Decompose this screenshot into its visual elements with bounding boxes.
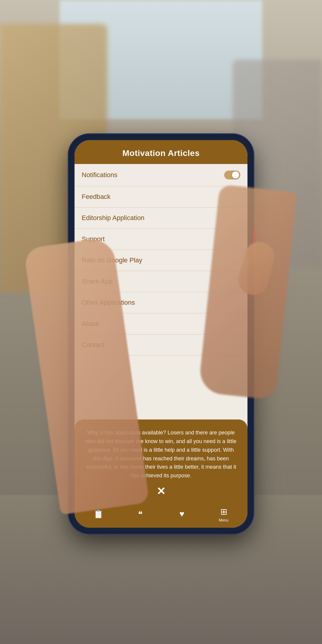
toggle-notifications[interactable]	[224, 171, 240, 179]
nav-item-menu[interactable]: ⊞Menu	[212, 507, 236, 522]
app-header: Motivation Articles	[75, 140, 247, 164]
nav-item-quotes[interactable]: ❝	[128, 509, 152, 520]
nav-icon-menu: ⊞	[220, 507, 227, 517]
nav-item-favorites[interactable]: ♥	[170, 509, 194, 520]
menu-label-editorship: Editorship Application	[82, 214, 144, 222]
close-icon: ✕	[157, 486, 165, 497]
nav-label-menu: Menu	[219, 518, 229, 522]
app-title: Motivation Articles	[123, 148, 200, 158]
toggle-thumb-notifications	[232, 171, 239, 179]
phone-wrapper: Motivation Articles NotificationsFeedbac…	[60, 128, 262, 540]
nav-item-articles[interactable]: 📋	[86, 509, 110, 520]
menu-label-feedback: Feedback	[82, 193, 111, 201]
menu-item-notifications[interactable]: Notifications	[75, 164, 247, 186]
nav-icon-favorites: ♥	[179, 509, 185, 519]
nav-icon-quotes: ❝	[138, 509, 143, 519]
nav-icon-articles: 📋	[93, 509, 104, 519]
menu-label-notifications: Notifications	[82, 171, 117, 179]
